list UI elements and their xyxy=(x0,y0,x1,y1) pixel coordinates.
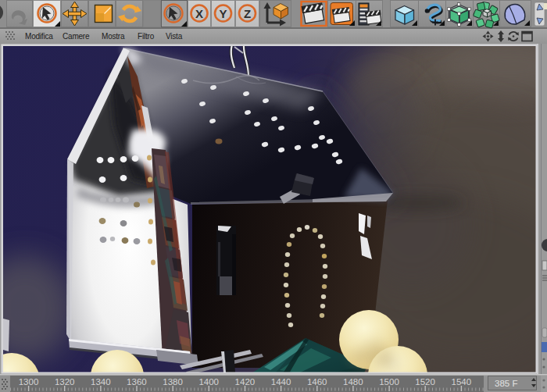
svg-text:1540: 1540 xyxy=(452,377,472,387)
svg-text:1360: 1360 xyxy=(127,377,147,387)
svg-text:1520: 1520 xyxy=(415,377,435,387)
svg-text:Y: Y xyxy=(219,7,227,20)
svg-text:1340: 1340 xyxy=(91,377,111,387)
svg-text:1320: 1320 xyxy=(55,377,75,387)
svg-text:1480: 1480 xyxy=(343,377,363,387)
svg-text:1300: 1300 xyxy=(19,377,39,387)
svg-text:Z: Z xyxy=(244,7,251,20)
svg-text:1420: 1420 xyxy=(235,377,256,387)
svg-text:1500: 1500 xyxy=(379,377,399,387)
svg-text:1460: 1460 xyxy=(307,377,327,387)
svg-text:X: X xyxy=(195,7,203,20)
svg-text:1380: 1380 xyxy=(163,377,183,387)
svg-text:385 F: 385 F xyxy=(495,379,517,388)
svg-text:1400: 1400 xyxy=(198,377,219,387)
svg-text:1440: 1440 xyxy=(271,377,291,387)
